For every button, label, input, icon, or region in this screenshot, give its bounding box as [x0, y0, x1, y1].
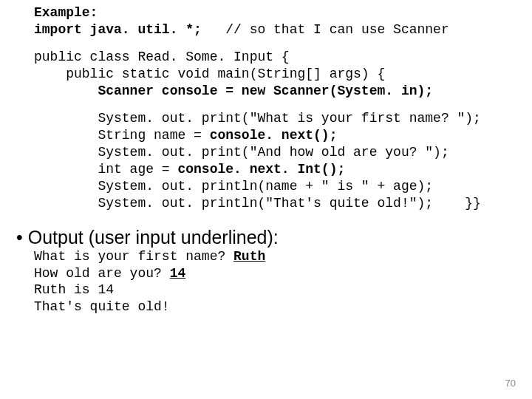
- body-line-6: System. out. println("That's quite old!"…: [34, 196, 481, 211]
- out-line-3: Ruth is 14: [34, 282, 114, 297]
- import-comment: // so that I can use Scanner: [202, 22, 449, 37]
- body-line-2a: String name =: [34, 128, 210, 143]
- out-line-1-text: What is your first name?: [34, 249, 233, 264]
- body-line-2b: console. next();: [210, 128, 338, 143]
- code-block-body: System. out. print("What is your first n…: [34, 110, 510, 212]
- output-block: What is your first name? Ruth How old ar…: [34, 248, 510, 315]
- import-code: import java. util. *;: [34, 22, 202, 37]
- body-line-4b: console. next. Int();: [177, 162, 345, 177]
- scanner-decl: Scanner console = new Scanner(System. in…: [34, 83, 433, 98]
- body-line-5: System. out. println(name + " is " + age…: [34, 179, 433, 194]
- out-line-2-text: How old are you?: [34, 266, 170, 281]
- class-decl: public class Read. Some. Input {: [34, 50, 290, 64]
- body-line-4a: int age =: [34, 162, 177, 177]
- out-line-2-input: 14: [170, 266, 186, 281]
- example-label: Example:: [34, 5, 98, 20]
- body-line-1: System. out. print("What is your first n…: [34, 111, 481, 126]
- main-decl: public static void main(String[] args) {: [34, 66, 385, 81]
- out-line-1-input: Ruth: [233, 249, 265, 264]
- out-line-4: That's quite old!: [34, 299, 170, 314]
- code-block-header: Example: import java. util. *; // so tha…: [34, 4, 510, 38]
- code-block-class: public class Read. Some. Input { public …: [34, 49, 510, 100]
- body-line-3: System. out. print("And how old are you?…: [34, 145, 449, 160]
- slide-content: Example: import java. util. *; // so tha…: [0, 0, 532, 399]
- page-number: 70: [505, 378, 516, 389]
- output-heading: Output (user input underlined):: [16, 227, 510, 248]
